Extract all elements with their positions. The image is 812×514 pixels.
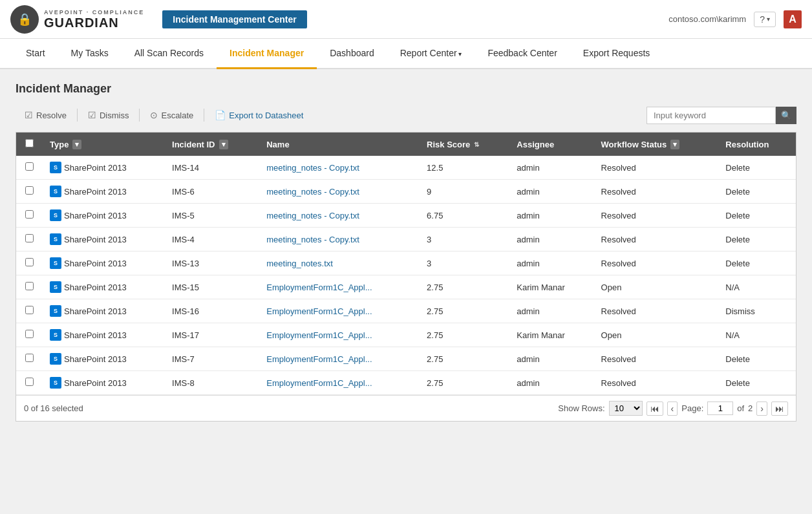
sharepoint-icon: S [50,281,61,293]
user-info: contoso.com\karimm [668,14,746,24]
row-checkbox-0[interactable] [25,162,34,171]
logo-compliance: AVEPOINT · COMPLIANCE [44,9,144,16]
incident-table: Type ▾ Incident ID ▾ Name [16,133,796,395]
row-type: S SharePoint 2013 [42,228,164,252]
col-incident-id: Incident ID ▾ [164,133,259,156]
row-checkbox-1[interactable] [25,186,34,195]
nav-item-start[interactable]: Start [13,39,58,69]
nav-item-dashboard[interactable]: Dashboard [317,39,387,69]
resolve-label: Resolve [36,111,67,120]
row-workflow-status: Open [593,275,718,299]
col-risk-score: Risk Score ⇅ [419,133,509,156]
pagination: Show Rows: 10 25 50 100 ⏮ ‹ Page: of 2 ›… [558,401,788,416]
row-name[interactable]: meeting_notes.txt [259,252,419,275]
last-page-button[interactable]: ⏭ [771,402,788,416]
row-incident-id: IMS-4 [164,228,259,252]
name-link[interactable]: EmploymentForm1C_Appl... [266,354,372,364]
row-checkbox-6[interactable] [25,306,34,314]
resolve-button[interactable]: ☑ Resolve [16,106,76,124]
page-label: Page: [681,403,703,413]
name-link[interactable]: meeting_notes - Copy.txt [266,211,359,220]
type-value: SharePoint 2013 [64,187,127,197]
row-workflow-status: Resolved [593,371,718,395]
row-checkbox-2[interactable] [25,210,34,219]
header-right: contoso.com\karimm ? ▾ A [668,10,802,28]
row-checkbox-5[interactable] [25,282,34,290]
nav-item-incident-manager[interactable]: Incident Manager [217,39,317,69]
row-type: S SharePoint 2013 [42,180,164,204]
table-row: S SharePoint 2013 IMS-6 meeting_notes - … [16,180,796,204]
row-checkbox-cell [16,323,42,347]
type-value: SharePoint 2013 [64,306,127,316]
help-button[interactable]: ? ▾ [754,12,776,27]
first-page-button[interactable]: ⏮ [646,402,663,416]
row-resolution: Delete [718,347,796,371]
row-name[interactable]: meeting_notes - Copy.txt [259,204,419,228]
incident-id-filter-icon[interactable]: ▾ [219,140,228,149]
row-name[interactable]: EmploymentForm1C_Appl... [259,299,419,323]
workflow-status-filter-icon[interactable]: ▾ [670,140,679,149]
row-workflow-status: Resolved [593,228,718,252]
name-link[interactable]: meeting_notes - Copy.txt [266,163,359,173]
row-type: S SharePoint 2013 [42,371,164,395]
col-type-label: Type [50,140,69,149]
name-link[interactable]: meeting_notes - Copy.txt [266,235,359,244]
search-button[interactable]: 🔍 [776,107,796,124]
table-row: S SharePoint 2013 IMS-17 EmploymentForm1… [16,323,796,347]
prev-page-button[interactable]: ‹ [667,402,678,416]
row-name[interactable]: EmploymentForm1C_Appl... [259,371,419,395]
row-resolution: Delete [718,156,796,180]
selected-count: 0 of 16 selected [24,403,83,413]
name-link[interactable]: EmploymentForm1C_Appl... [266,330,372,340]
table-row: S SharePoint 2013 IMS-5 meeting_notes - … [16,204,796,228]
row-assignee: admin [509,228,593,252]
row-type: S SharePoint 2013 [42,323,164,347]
col-incident-id-label: Incident ID [172,140,215,149]
name-link[interactable]: EmploymentForm1C_Appl... [266,378,372,388]
row-checkbox-7[interactable] [25,330,34,338]
escalate-button[interactable]: ⊙ Escalate [141,106,202,124]
row-name[interactable]: EmploymentForm1C_Appl... [259,323,419,347]
help-icon: ? [760,14,765,25]
name-link[interactable]: meeting_notes.txt [266,259,333,268]
row-risk-score: 2.75 [419,299,509,323]
sharepoint-icon: S [50,305,61,317]
name-link[interactable]: EmploymentForm1C_Appl... [266,283,372,292]
table-header-row: Type ▾ Incident ID ▾ Name [16,133,796,156]
row-name[interactable]: meeting_notes - Copy.txt [259,228,419,252]
page-number-input[interactable] [707,402,733,415]
row-risk-score: 3 [419,228,509,252]
sharepoint-icon: S [50,329,61,341]
row-checkbox-4[interactable] [25,258,34,266]
search-input[interactable] [646,107,776,124]
row-checkbox-cell [16,347,42,371]
row-checkbox-9[interactable] [25,378,34,386]
dismiss-button[interactable]: ☑ Dismiss [79,106,138,124]
show-rows-select[interactable]: 10 25 50 100 [609,401,643,416]
name-link[interactable]: EmploymentForm1C_Appl... [266,306,372,316]
name-link[interactable]: meeting_notes - Copy.txt [266,187,359,197]
export-button[interactable]: 📄 Export to Datasheet [206,106,312,124]
nav-item-my-tasks[interactable]: My Tasks [58,39,122,69]
nav-item-export-requests[interactable]: Export Requests [570,39,663,69]
row-name[interactable]: EmploymentForm1C_Appl... [259,275,419,299]
row-checkbox-8[interactable] [25,354,34,362]
row-risk-score: 9 [419,180,509,204]
row-name[interactable]: meeting_notes - Copy.txt [259,180,419,204]
nav-item-feedback-center[interactable]: Feedback Center [475,39,570,69]
nav-item-report-center[interactable]: Report Center [387,39,475,69]
next-page-button[interactable]: › [756,402,767,416]
col-resolution-label: Resolution [725,140,769,149]
type-filter-icon[interactable]: ▾ [72,140,81,149]
row-checkbox-3[interactable] [25,234,34,242]
row-risk-score: 6.75 [419,204,509,228]
risk-score-sort-icon[interactable]: ⇅ [474,141,479,148]
row-name[interactable]: EmploymentForm1C_Appl... [259,347,419,371]
row-name[interactable]: meeting_notes - Copy.txt [259,156,419,180]
nav-item-all-scan-records[interactable]: All Scan Records [122,39,217,69]
sharepoint-icon: S [50,209,61,221]
row-incident-id: IMS-8 [164,371,259,395]
row-checkbox-cell [16,180,42,204]
row-risk-score: 2.75 [419,275,509,299]
select-all-checkbox[interactable] [25,139,34,147]
